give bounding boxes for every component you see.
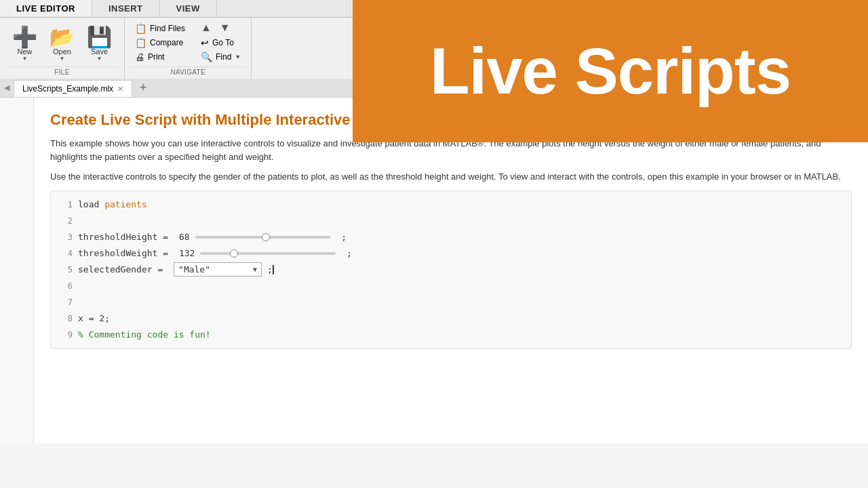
slider-height-thumb[interactable]	[262, 233, 270, 241]
editor-content[interactable]: Create Live Script with Multiple Interac…	[34, 98, 868, 443]
code-text-9: % Commenting code is fun!	[78, 329, 211, 340]
new-button[interactable]: ➕ New ▼	[7, 25, 43, 64]
ln-8: 8	[59, 314, 73, 323]
ribbon-section-file: ➕ New ▼ 📂 Open ▼ 💾 Save ▼ FILE	[0, 18, 125, 79]
navigate-right-btns: ▲ ▼ ↩ Go To 🔍 Find ▼	[197, 20, 244, 64]
code-label-3: thresholdHeight =	[78, 232, 174, 242]
find-files-label: Find Files	[150, 24, 185, 33]
up-arrow-icon: ▲	[201, 22, 212, 34]
slider-height[interactable]	[195, 236, 331, 239]
tab-bar-side: ◀	[3, 81, 14, 95]
save-icon: 💾	[87, 27, 112, 47]
open-dropdown-arrow: ▼	[60, 56, 65, 62]
print-label: Print	[148, 52, 165, 62]
nav-up-button[interactable]: ▲	[197, 20, 215, 35]
code-line-5: 5 selectedGender = "Male" ▼ ;	[59, 262, 843, 278]
code-semi-4: ;	[341, 248, 352, 258]
compare-label: Compare	[150, 38, 183, 47]
open-button[interactable]: 📂 Open ▼	[44, 25, 80, 64]
ln-2: 2	[59, 216, 73, 226]
ln-9: 9	[59, 330, 73, 340]
code-semi-3: ;	[336, 232, 347, 242]
find-files-icon: 📋	[135, 23, 146, 34]
tab-live-editor[interactable]: LIVE EDITOR	[0, 0, 92, 17]
tab-insert[interactable]: INSERT	[92, 0, 160, 17]
save-label: Save	[91, 47, 108, 56]
code-line-8: 8 x = 2;	[59, 310, 843, 327]
ribbon-section-navigate: 📋 Find Files 📋 Compare 🖨 Print	[125, 18, 252, 79]
file-group-label: FILE	[7, 66, 117, 76]
hero-banner-text: Live Scripts	[430, 34, 791, 108]
ln-5: 5	[59, 265, 73, 274]
find-button[interactable]: 🔍 Find ▼	[197, 50, 244, 64]
slider-height-track[interactable]	[195, 236, 331, 239]
navigate-group-label: NAVIGATE	[132, 66, 244, 76]
navigate-small-btns: 📋 Find Files 📋 Compare 🖨 Print	[132, 22, 189, 64]
code-line-1: 1 load patients	[59, 197, 843, 213]
slider-weight[interactable]	[200, 252, 336, 255]
code-line-7: 7	[59, 294, 843, 310]
tab-view[interactable]: VIEW	[160, 0, 217, 17]
code-line-2: 2	[59, 213, 843, 229]
code-label-5: selectedGender =	[78, 264, 168, 274]
print-button[interactable]: 🖨 Print	[132, 50, 189, 64]
print-icon: 🖨	[135, 52, 144, 62]
code-val-3: 68	[179, 232, 190, 242]
nav-down-button[interactable]: ▼	[216, 20, 234, 35]
ln-6: 6	[59, 281, 73, 291]
file-tab-label: LiveScripts_Example.mlx	[22, 84, 113, 94]
code-line-9: 9 % Commenting code is fun!	[59, 327, 843, 343]
new-icon: ➕	[12, 27, 37, 47]
nav-arrows-row: ▲ ▼	[197, 20, 244, 35]
new-label: New	[17, 47, 32, 56]
gender-value: "Male"	[178, 264, 210, 274]
ln-4: 4	[59, 249, 73, 258]
code-line-3: 3 thresholdHeight = 68 ;	[59, 229, 843, 245]
new-dropdown-arrow: ▼	[22, 56, 28, 62]
down-arrow-icon: ▼	[220, 22, 231, 34]
goto-icon: ↩	[201, 37, 209, 48]
open-icon: 📂	[50, 27, 75, 47]
save-dropdown-arrow: ▼	[97, 56, 102, 62]
goto-label: Go To	[212, 38, 234, 47]
code-label-4: thresholdWeight =	[78, 248, 174, 258]
compare-button[interactable]: 📋 Compare	[132, 36, 189, 49]
close-tab-button[interactable]: ✕	[117, 85, 123, 94]
open-label: Open	[53, 47, 71, 56]
find-icon: 🔍	[201, 52, 212, 62]
find-dropdown-arrow: ▼	[235, 54, 241, 60]
find-files-button[interactable]: 📋 Find Files	[132, 22, 189, 35]
ln-3: 3	[59, 232, 73, 242]
save-button[interactable]: 💾 Save ▼	[81, 25, 117, 64]
code-text-1: load patients	[78, 199, 147, 209]
slider-weight-thumb[interactable]	[230, 249, 238, 258]
doc-para-2: Use the interactive controls to specify …	[50, 170, 852, 184]
file-tab[interactable]: LiveScripts_Example.mlx ✕	[14, 80, 132, 97]
goto-button[interactable]: ↩ Go To	[197, 36, 244, 49]
code-block[interactable]: 1 load patients 2 3 thresholdHeight = 68	[50, 190, 852, 349]
find-label: Find	[216, 52, 231, 62]
code-text-8: x = 2;	[78, 313, 110, 323]
gender-dropdown[interactable]: "Male" ▼	[174, 262, 262, 277]
add-tab-button[interactable]: +	[135, 80, 151, 96]
code-line-6: 6	[59, 278, 843, 294]
line-numbers	[0, 98, 34, 443]
ln-1: 1	[59, 200, 73, 209]
code-line-4: 4 thresholdWeight = 132 ;	[59, 245, 843, 262]
line-num-spacer	[0, 98, 33, 119]
compare-icon: 📋	[135, 37, 146, 48]
slider-weight-track[interactable]	[200, 252, 336, 255]
ln-7: 7	[59, 298, 73, 307]
main-area: Create Live Script with Multiple Interac…	[0, 98, 868, 443]
hero-banner: Live Scripts	[353, 0, 868, 142]
dropdown-arrow-icon: ▼	[250, 266, 257, 273]
code-val-4: 132	[179, 248, 195, 258]
code-semi-5: ;	[267, 264, 274, 275]
